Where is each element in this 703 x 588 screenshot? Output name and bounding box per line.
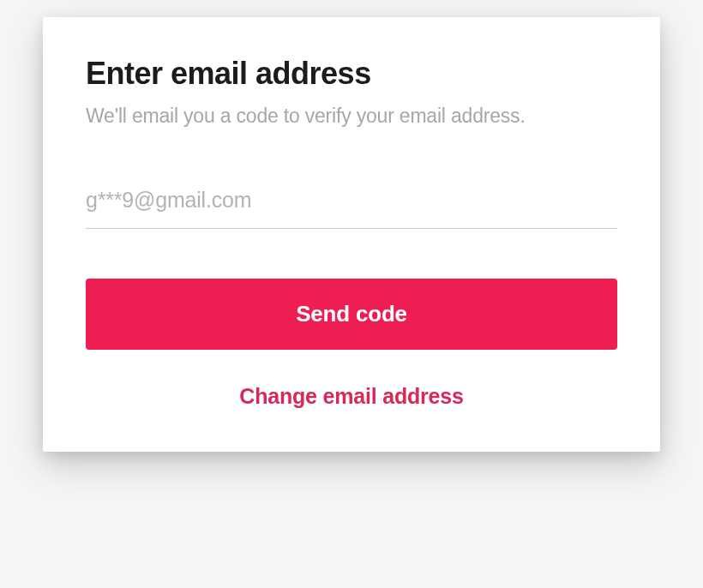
dialog-subtitle: We'll email you a code to verify your em… — [86, 102, 617, 129]
email-verification-card: Enter email address We'll email you a co… — [43, 17, 660, 452]
email-input[interactable] — [86, 181, 617, 229]
change-email-link[interactable]: Change email address — [86, 384, 617, 409]
dialog-title: Enter email address — [86, 56, 617, 92]
send-code-button[interactable]: Send code — [86, 279, 617, 350]
